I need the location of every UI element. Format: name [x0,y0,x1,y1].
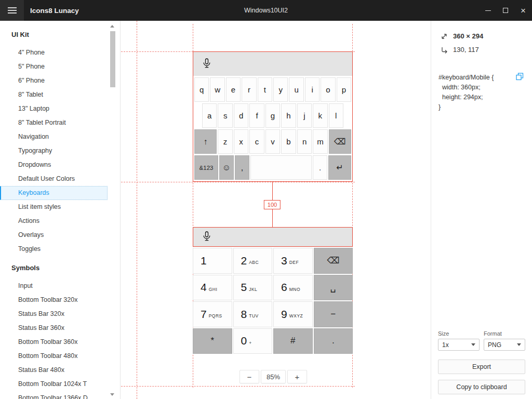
key-l[interactable]: l [329,103,343,128]
key-h[interactable]: h [281,103,296,128]
key-z[interactable]: z [218,129,233,154]
key-j[interactable]: j [297,103,312,128]
key-d[interactable]: d [234,103,248,128]
key-s[interactable]: s [218,103,232,128]
zoom-level[interactable]: 85% [261,370,286,383]
key-i[interactable]: i [305,77,320,102]
sidebar-item-actions[interactable]: Actions [0,214,108,228]
key-period[interactable]: . [313,155,327,180]
sidebar-item-overlays[interactable]: Overlays [0,228,108,242]
sidebar-item-toggles[interactable]: Toggles [0,242,108,256]
key-7[interactable]: 7PQRS [193,301,232,327]
sidebar-item-navigation[interactable]: Navigation [0,130,108,144]
key-a[interactable]: a [202,103,217,128]
sidebar-item-5-phone[interactable]: 5" Phone [0,60,108,74]
key-emoji[interactable]: ☺ [219,155,234,180]
copy-to-clipboard-button[interactable]: Copy to clipboard [438,380,525,394]
key-v[interactable]: v [265,129,281,154]
sidebar-item-6-phone[interactable]: 6" Phone [0,74,108,88]
sidebar-item-bottom-toolbar-480x[interactable]: Bottom Toolbar 480x [0,349,108,363]
key-main-label: 5 [241,281,247,294]
keyboard-mic-bar[interactable] [193,52,352,76]
key-4[interactable]: 4GHI [193,275,232,301]
key-1[interactable]: 1 [193,248,232,274]
key-w[interactable]: w [210,77,224,102]
copy-css-icon[interactable] [516,73,524,81]
key-symbols[interactable]: &123 [194,155,218,180]
key-p[interactable]: p [337,77,351,102]
key-2[interactable]: 2ABC [233,248,273,274]
sidebar-item-status-bar-480x[interactable]: Status Bar 480x [0,363,108,377]
sidebar-item-status-bar-360x[interactable]: Status Bar 360x [0,321,108,335]
key-main-label: 3 [281,255,287,267]
keyboard-mic-bar[interactable] [193,227,353,247]
key-f[interactable]: f [249,103,264,128]
key-m[interactable]: m [313,129,328,154]
sidebar-item-input[interactable]: Input [0,279,108,293]
key-3[interactable]: 3DEF [273,248,313,274]
numpad-keyboard-artboard[interactable]: 12ABC3DEF⌫4GHI5JKL6MNO␣7PQRS8TUV9WXYZ−*0… [193,227,353,354]
key-asterisk[interactable]: * [193,328,232,354]
canvas[interactable]: qwertyuiopasdfghjkl↑zxcvbnm⌫&123☺,.↵ 100… [121,21,431,399]
key-shift[interactable]: ↑ [194,129,217,154]
key-g[interactable]: g [265,103,280,128]
key-hash[interactable]: # [273,328,313,354]
numpad-keys: 12ABC3DEF⌫4GHI5JKL6MNO␣7PQRS8TUV9WXYZ−*0… [193,248,353,354]
sidebar-item-status-bar-320x[interactable]: Status Bar 320x [0,307,108,321]
key-b[interactable]: b [281,129,296,154]
sidebar-item-8-tablet[interactable]: 8" Tablet [0,88,108,102]
sidebar-item-typography[interactable]: Typography [0,144,108,158]
key-y[interactable]: y [273,77,288,102]
sidebar-item-8-tablet-portrait[interactable]: 8" Tablet Portrait [0,116,108,130]
key-k[interactable]: k [313,103,327,128]
key-u[interactable]: u [289,77,303,102]
export-button[interactable]: Export [438,360,525,374]
maximize-button[interactable] [497,0,514,21]
sidebar-item-default-user-colors[interactable]: Default User Colors [0,172,108,186]
key-space[interactable]: ␣ [314,275,353,301]
sidebar-item-keyboards[interactable]: Keyboards [0,186,108,200]
sidebar-item-bottom-toolbar-320x[interactable]: Bottom Toolbar 320x [0,293,108,307]
key-5[interactable]: 5JKL [233,275,273,301]
key-r[interactable]: r [242,77,256,102]
size-select[interactable]: 1x [438,339,480,351]
key-o[interactable]: o [321,77,335,102]
sidebar-item-4-phone[interactable]: 4" Phone [0,46,108,60]
key-period[interactable]: . [314,328,353,354]
key-minus[interactable]: − [314,301,353,327]
sidebar-item-bottom-toolbar-1366x-d[interactable]: Bottom Toolbar 1366x D [0,391,108,399]
zoom-in-button[interactable]: + [287,370,307,383]
key-6[interactable]: 6MNO [273,275,313,301]
titlebar: Icons8 Lunacy Windows10UI2 × [0,0,532,21]
key-c[interactable]: c [249,129,264,154]
menu-button[interactable] [0,0,24,21]
zoom-out-button[interactable]: − [240,370,259,383]
qwerty-keyboard-artboard[interactable]: qwertyuiopasdfghjkl↑zxcvbnm⌫&123☺,.↵ [193,51,353,182]
key-t[interactable]: t [258,77,272,102]
close-button[interactable]: × [514,0,532,21]
sidebar-item-13-laptop[interactable]: 13" Laptop [0,102,108,116]
key-0[interactable]: 0+ [233,328,273,354]
key-8[interactable]: 8TUV [233,301,273,327]
scroll-up-arrow-icon[interactable] [110,25,114,28]
format-select[interactable]: PNG [484,339,525,351]
key-comma[interactable]: , [235,155,249,180]
sidebar-item-bottom-toolbar-1024x-t[interactable]: Bottom Toolbar 1024x T [0,377,108,391]
key-e[interactable]: e [226,77,241,102]
key-q[interactable]: q [194,77,209,102]
key-space[interactable] [250,155,312,180]
sidebar-item-dropdowns[interactable]: Dropdowns [0,158,108,172]
key-n[interactable]: n [297,129,312,154]
minimize-button[interactable] [479,0,497,21]
key-x[interactable]: x [234,129,249,154]
key-9[interactable]: 9WXYZ [273,301,313,327]
key-enter[interactable]: ↵ [328,155,351,180]
sidebar-item-bottom-toolbar-360x[interactable]: Bottom Toolbar 360x [0,335,108,349]
guide-line-horizontal [121,386,355,387]
sidebar-scrollbar-thumb[interactable] [110,31,115,87]
key-backspace[interactable]: ⌫ [329,129,351,154]
scroll-down-arrow-icon[interactable] [110,393,114,396]
key-main-label: 8 [241,308,247,321]
key-backspace[interactable]: ⌫ [314,248,353,274]
sidebar-item-list-item-styles[interactable]: List item styles [0,200,108,214]
